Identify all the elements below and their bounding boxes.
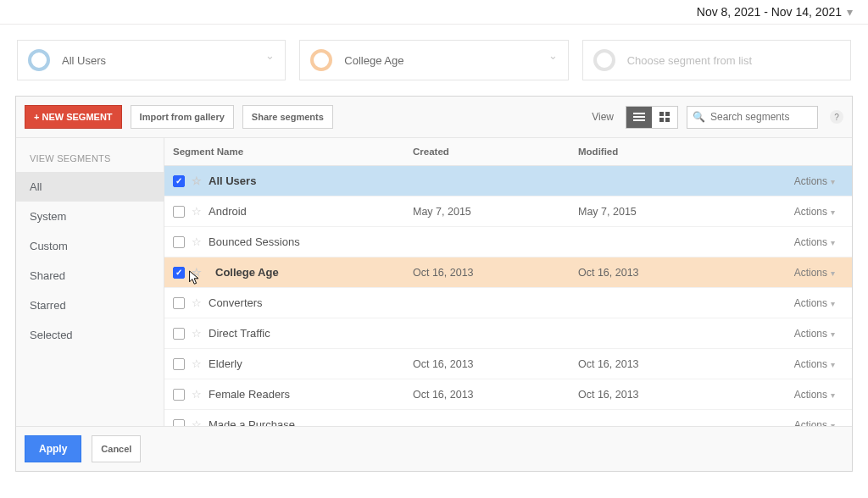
cell-created <box>404 237 570 247</box>
segment-name: College Age <box>215 266 279 279</box>
segment-name: Elderly <box>209 357 242 370</box>
new-segment-button[interactable]: + NEW SEGMENT <box>25 105 122 129</box>
col-header-name[interactable]: Segment Name <box>164 138 404 165</box>
segment-name: Android <box>209 205 247 218</box>
table-row[interactable]: ☆ElderlyOct 16, 2013Oct 16, 2013Actions <box>164 349 852 379</box>
star-icon[interactable]: ☆ <box>192 205 202 218</box>
view-list-button[interactable] <box>626 107 652 128</box>
row-actions-menu[interactable]: Actions <box>735 262 852 284</box>
table-row[interactable]: ☆Bounced SessionsActions <box>164 227 852 257</box>
row-actions-menu[interactable]: Actions <box>735 323 852 345</box>
table-row[interactable]: ✓☆College AgeOct 16, 2013Oct 16, 2013Act… <box>164 257 852 288</box>
col-header-created[interactable]: Created <box>404 138 570 165</box>
segment-circle-icon <box>310 49 332 71</box>
star-icon[interactable]: ☆ <box>192 418 202 426</box>
row-actions-menu[interactable]: Actions <box>735 201 852 223</box>
col-header-modified[interactable]: Modified <box>570 138 735 165</box>
cell-name: ☆Direct Traffic <box>164 322 404 345</box>
star-icon[interactable]: ☆ <box>192 357 202 370</box>
sidebar-title: VIEW SEGMENTS <box>16 147 164 172</box>
table-row[interactable]: ☆AndroidMay 7, 2015May 7, 2015Actions <box>164 196 852 227</box>
row-actions-menu[interactable]: Actions <box>735 414 852 427</box>
table-body[interactable]: ✓☆All UsersActions☆AndroidMay 7, 2015May… <box>164 166 852 426</box>
sidebar-item-system[interactable]: System <box>16 202 164 231</box>
cell-modified <box>570 420 735 427</box>
segment-panel: + NEW SEGMENT Import from gallery Share … <box>15 96 853 472</box>
cell-modified: Oct 16, 2013 <box>570 384 735 406</box>
star-icon[interactable]: ☆ <box>192 174 202 187</box>
table-row[interactable]: ☆Female ReadersOct 16, 2013Oct 16, 2013A… <box>164 379 852 410</box>
table-header-row: Segment Name Created Modified <box>164 138 852 166</box>
segment-chip-college-age[interactable]: College Age ⌄ <box>299 40 568 80</box>
cancel-button[interactable]: Cancel <box>92 435 141 462</box>
segment-chip-label: College Age <box>344 54 403 67</box>
star-icon[interactable]: ☆ <box>192 235 202 248</box>
cell-modified <box>570 176 735 186</box>
list-icon <box>633 111 645 123</box>
cell-name: ☆Female Readers <box>164 383 404 406</box>
row-checkbox[interactable] <box>173 358 185 370</box>
cell-created: Oct 16, 2013 <box>404 262 570 284</box>
segment-name: Bounced Sessions <box>209 235 300 248</box>
table-row[interactable]: ☆Made a PurchaseActions <box>164 410 852 426</box>
row-checkbox[interactable] <box>173 206 185 218</box>
cell-name: ☆Elderly <box>164 352 404 375</box>
col-header-actions <box>735 138 852 165</box>
sidebar-item-custom[interactable]: Custom <box>16 231 164 261</box>
grid-icon <box>659 112 670 122</box>
segment-sidebar: VIEW SEGMENTS All System Custom Shared S… <box>16 138 164 426</box>
import-gallery-button[interactable]: Import from gallery <box>131 105 234 129</box>
row-actions-menu[interactable]: Actions <box>735 170 852 192</box>
segment-name: Made a Purchase <box>209 418 295 426</box>
star-icon[interactable]: ☆ <box>192 388 202 401</box>
row-checkbox[interactable] <box>173 419 185 427</box>
table-row[interactable]: ☆Direct TrafficActions <box>164 318 852 349</box>
cell-name: ☆Bounced Sessions <box>164 230 404 253</box>
sidebar-item-shared[interactable]: Shared <box>16 261 164 290</box>
segment-chip-all-users[interactable]: All Users ⌄ <box>17 40 286 80</box>
segment-chip-label: Choose segment from list <box>627 54 752 67</box>
date-range-bar[interactable]: Nov 8, 2021 - Nov 14, 2021 ▾ <box>0 0 868 25</box>
table-row[interactable]: ✓☆All UsersActions <box>164 166 852 196</box>
row-actions-menu[interactable]: Actions <box>735 292 852 314</box>
cell-modified <box>570 298 735 308</box>
cell-created <box>404 329 570 339</box>
star-icon[interactable]: ☆ <box>192 296 202 309</box>
sidebar-item-all[interactable]: All <box>16 172 164 202</box>
segment-circle-icon <box>28 49 50 71</box>
cell-modified: Oct 16, 2013 <box>570 262 735 284</box>
row-checkbox[interactable] <box>173 236 185 248</box>
cell-modified <box>570 329 735 339</box>
row-checkbox[interactable]: ✓ <box>173 267 185 279</box>
view-grid-button[interactable] <box>652 107 677 128</box>
star-icon[interactable]: ☆ <box>192 327 202 340</box>
share-segments-button[interactable]: Share segments <box>242 105 333 129</box>
search-input[interactable] <box>705 111 812 123</box>
chevron-down-icon: ⌄ <box>265 49 275 62</box>
row-checkbox[interactable] <box>173 389 185 401</box>
cell-created: Oct 16, 2013 <box>404 353 570 375</box>
row-actions-menu[interactable]: Actions <box>735 231 852 253</box>
segment-name: Female Readers <box>209 388 290 401</box>
table-row[interactable]: ☆ConvertersActions <box>164 288 852 318</box>
segment-name: All Users <box>209 174 256 187</box>
segment-chip-choose[interactable]: Choose segment from list <box>582 40 851 80</box>
row-checkbox[interactable] <box>173 297 185 309</box>
sidebar-item-selected[interactable]: Selected <box>16 320 164 350</box>
panel-body: VIEW SEGMENTS All System Custom Shared S… <box>16 138 852 426</box>
row-checkbox[interactable] <box>173 328 185 340</box>
cell-name: ✓☆College Age <box>164 259 404 286</box>
search-segments-field[interactable]: 🔍 <box>687 106 818 129</box>
apply-button[interactable]: Apply <box>25 435 81 462</box>
row-checkbox[interactable]: ✓ <box>173 175 185 187</box>
date-range-text: Nov 8, 2021 - Nov 14, 2021 <box>697 5 842 19</box>
cell-created <box>404 176 570 186</box>
cell-name: ☆Made a Purchase <box>164 413 404 426</box>
row-actions-menu[interactable]: Actions <box>735 353 852 375</box>
sidebar-item-starred[interactable]: Starred <box>16 290 164 320</box>
cell-name: ☆Android <box>164 200 404 223</box>
segments-table: Segment Name Created Modified ✓☆All User… <box>164 138 852 426</box>
row-actions-menu[interactable]: Actions <box>735 384 852 406</box>
search-icon: 🔍 <box>693 111 705 123</box>
help-icon[interactable]: ? <box>830 110 843 124</box>
